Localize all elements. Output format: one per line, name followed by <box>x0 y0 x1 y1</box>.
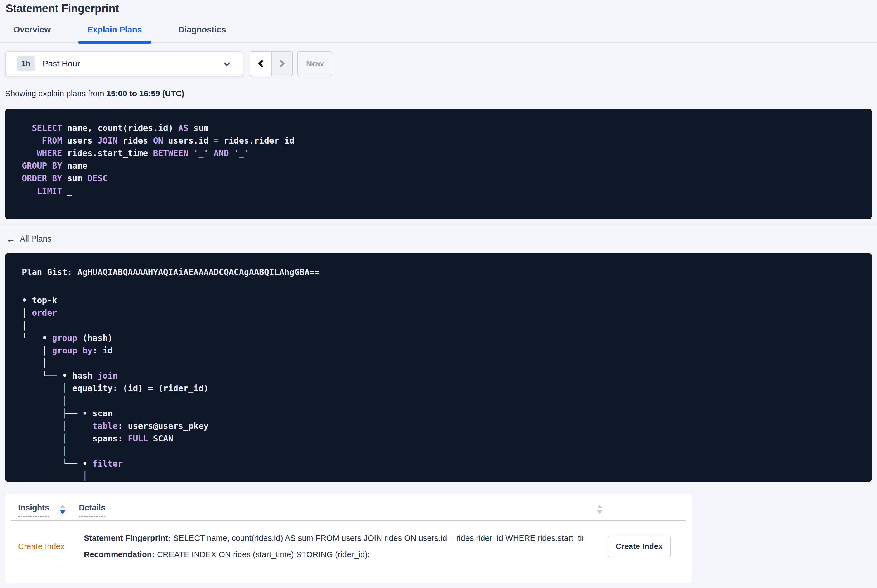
time-pager <box>250 51 293 76</box>
sort-icon-insights[interactable] <box>60 505 65 514</box>
plan-gist-label: Plan Gist: <box>22 267 77 277</box>
time-range-summary: Showing explain plans from 15:00 to 16:5… <box>5 89 872 98</box>
all-plans-link[interactable]: ← All Plans <box>6 234 51 243</box>
tab-explain-plans[interactable]: Explain Plans <box>78 21 151 42</box>
plan-gist: Plan Gist: AgHUAQIABQAAAAHYAQIAiAEAAAADC… <box>22 266 855 278</box>
chevron-left-icon <box>258 60 266 68</box>
tab-overview[interactable]: Overview <box>4 21 60 42</box>
now-button[interactable]: Now <box>297 51 332 76</box>
plan-gist-block: Plan Gist: AgHUAQIABQAAAAHYAQIAiAEAAAADC… <box>5 253 872 482</box>
section-divider <box>0 225 877 225</box>
time-range-badge: 1h <box>17 56 35 71</box>
recommendation-line: Recommendation:CREATE INDEX ON rides (st… <box>84 550 584 559</box>
insights-table: Insights Details Create Index Statement … <box>5 494 692 583</box>
next-time-button[interactable] <box>271 52 293 76</box>
all-plans-label: All Plans <box>20 234 51 243</box>
recommendation-label: Recommendation: <box>84 550 155 559</box>
chevron-down-icon <box>223 60 230 66</box>
column-header-details[interactable]: Details <box>79 503 105 517</box>
sql-code: SELECT name, count(rides.id) AS sum FROM… <box>22 122 855 197</box>
chevron-right-icon <box>277 60 285 68</box>
fingerprint-label: Statement Fingerprint: <box>84 534 171 543</box>
sort-up-icon <box>60 505 65 508</box>
arrow-left-icon: ← <box>6 234 15 243</box>
insight-details: Statement Fingerprint:SELECT name, count… <box>84 534 584 559</box>
recommendation-text: CREATE INDEX ON rides (start_time) STORI… <box>157 550 370 559</box>
time-range-value: Past Hour <box>43 59 80 68</box>
plan-gist-value: AgHUAQIABQAAAAHYAQIAiAEAAAADCQACAgAABQIL… <box>77 267 320 277</box>
page-title: Statement Fingerprint <box>0 0 877 15</box>
sort-down-icon <box>597 510 603 514</box>
table-row: Create Index Statement Fingerprint:SELEC… <box>11 521 686 573</box>
fingerprint-line: Statement Fingerprint:SELECT name, count… <box>84 534 584 543</box>
sort-icon-details[interactable] <box>597 505 603 514</box>
column-header-insights[interactable]: Insights <box>18 503 49 517</box>
sort-up-icon <box>597 505 603 508</box>
insight-type-link[interactable]: Create Index <box>18 542 84 551</box>
time-controls: 1h Past Hour Now <box>5 51 872 76</box>
sql-statement-block: SELECT name, count(rides.id) AS sum FROM… <box>5 109 872 219</box>
plan-tree: • top-k│ order│└── • group (hash) │ grou… <box>22 294 855 482</box>
prev-time-button[interactable] <box>250 52 271 76</box>
tab-diagnostics[interactable]: Diagnostics <box>169 21 235 42</box>
insights-table-header: Insights Details <box>11 494 686 521</box>
summary-range: 15:00 to 16:59 (UTC) <box>107 89 185 98</box>
summary-prefix: Showing explain plans from <box>5 89 107 98</box>
tab-bar: Overview Explain Plans Diagnostics <box>0 21 877 43</box>
create-index-button[interactable]: Create Index <box>608 536 671 557</box>
sort-down-icon <box>60 510 65 514</box>
fingerprint-text: SELECT name, count(rides.id) AS sum FROM… <box>173 534 584 543</box>
time-range-select[interactable]: 1h Past Hour <box>5 51 243 76</box>
